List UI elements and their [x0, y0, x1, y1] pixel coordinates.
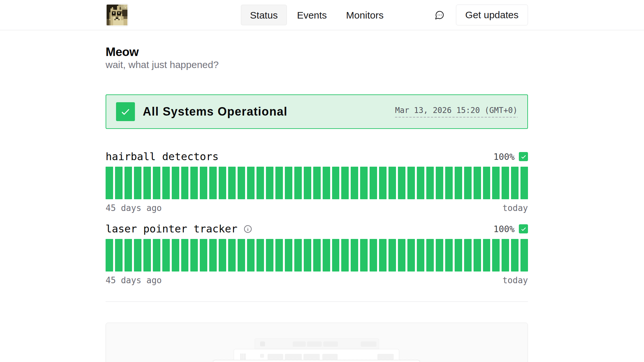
uptime-bar[interactable] — [323, 167, 330, 199]
uptime-bar[interactable] — [200, 239, 207, 272]
banner-timestamp[interactable]: Mar 13, 2026 15:20 (GMT+0) — [395, 106, 518, 118]
range-start-label: 45 days ago — [106, 203, 162, 213]
uptime-bar[interactable] — [228, 239, 236, 272]
uptime-bar[interactable] — [511, 167, 519, 199]
uptime-bar[interactable] — [153, 239, 160, 272]
uptime-bar[interactable] — [351, 167, 358, 199]
uptime-bar[interactable] — [511, 239, 519, 272]
all-systems-operational-banner: All Systems Operational Mar 13, 2026 15:… — [106, 94, 528, 129]
uptime-bar[interactable] — [162, 239, 170, 272]
uptime-bar[interactable] — [332, 239, 340, 272]
uptime-bar[interactable] — [360, 239, 368, 272]
uptime-bar[interactable] — [313, 167, 321, 199]
uptime-bar[interactable] — [238, 239, 245, 272]
uptime-bar[interactable] — [266, 167, 273, 199]
uptime-bar[interactable] — [153, 167, 160, 199]
nav-tab-monitors[interactable]: Monitors — [337, 5, 393, 25]
surprised-cat-logo[interactable] — [106, 4, 128, 26]
uptime-bar[interactable] — [124, 239, 132, 272]
uptime-bar[interactable] — [172, 239, 179, 272]
uptime-bar[interactable] — [124, 167, 132, 199]
uptime-bar[interactable] — [332, 167, 340, 199]
uptime-bar[interactable] — [209, 167, 217, 199]
uptime-bar[interactable] — [341, 239, 349, 272]
uptime-bar[interactable] — [294, 239, 302, 272]
uptime-bar[interactable] — [143, 239, 151, 272]
uptime-bar[interactable] — [502, 239, 509, 272]
info-icon[interactable] — [243, 225, 252, 233]
uptime-bar[interactable] — [379, 167, 387, 199]
uptime-bar[interactable] — [370, 167, 377, 199]
uptime-bar[interactable] — [370, 239, 377, 272]
uptime-bar[interactable] — [181, 239, 189, 272]
uptime-bar[interactable] — [209, 239, 217, 272]
uptime-bar[interactable] — [115, 239, 123, 272]
uptime-bar[interactable] — [474, 239, 481, 272]
uptime-bar[interactable] — [256, 167, 264, 199]
uptime-bar[interactable] — [502, 167, 509, 199]
uptime-bar[interactable] — [266, 239, 273, 272]
uptime-bar[interactable] — [388, 167, 396, 199]
uptime-bar[interactable] — [219, 239, 226, 272]
uptime-bar[interactable] — [388, 239, 396, 272]
uptime-bar[interactable] — [228, 167, 236, 199]
uptime-bar[interactable] — [483, 167, 490, 199]
uptime-bar[interactable] — [304, 239, 311, 272]
feedback-chat-icon[interactable] — [435, 10, 445, 20]
uptime-bar[interactable] — [285, 239, 292, 272]
uptime-bar[interactable] — [483, 239, 490, 272]
uptime-bar[interactable] — [115, 167, 123, 199]
uptime-bar[interactable] — [143, 167, 151, 199]
uptime-bar[interactable] — [360, 167, 368, 199]
uptime-bar[interactable] — [313, 239, 321, 272]
uptime-bar[interactable] — [247, 239, 255, 272]
uptime-bar[interactable] — [436, 239, 443, 272]
uptime-bar[interactable] — [351, 239, 358, 272]
uptime-bar[interactable] — [247, 167, 255, 199]
uptime-bar[interactable] — [323, 239, 330, 272]
uptime-bar[interactable] — [181, 167, 189, 199]
uptime-bar[interactable] — [417, 167, 424, 199]
uptime-bar[interactable] — [520, 239, 528, 272]
uptime-bar[interactable] — [464, 239, 472, 272]
uptime-bar[interactable] — [379, 239, 387, 272]
uptime-bar[interactable] — [464, 167, 472, 199]
uptime-bar[interactable] — [238, 167, 245, 199]
uptime-bar[interactable] — [445, 167, 453, 199]
uptime-bar[interactable] — [492, 167, 500, 199]
uptime-bar[interactable] — [492, 239, 500, 272]
uptime-bar[interactable] — [172, 167, 179, 199]
uptime-bar[interactable] — [134, 239, 141, 272]
uptime-bar[interactable] — [275, 239, 283, 272]
uptime-bar[interactable] — [285, 167, 292, 199]
uptime-bar[interactable] — [398, 167, 405, 199]
uptime-bar[interactable] — [426, 239, 434, 272]
uptime-bar[interactable] — [398, 239, 405, 272]
uptime-bar[interactable] — [200, 167, 207, 199]
uptime-bar[interactable] — [256, 239, 264, 272]
uptime-bar[interactable] — [134, 167, 141, 199]
uptime-bar[interactable] — [341, 167, 349, 199]
uptime-bar[interactable] — [426, 167, 434, 199]
uptime-bar[interactable] — [455, 167, 462, 199]
uptime-bar[interactable] — [162, 167, 170, 199]
get-updates-button[interactable]: Get updates — [456, 5, 528, 25]
uptime-bar[interactable] — [106, 239, 113, 272]
uptime-bar[interactable] — [275, 167, 283, 199]
uptime-bar[interactable] — [219, 167, 226, 199]
uptime-bar[interactable] — [474, 167, 481, 199]
uptime-bar[interactable] — [407, 167, 415, 199]
uptime-bar[interactable] — [417, 239, 424, 272]
uptime-bar[interactable] — [106, 167, 113, 199]
uptime-bar[interactable] — [190, 239, 198, 272]
uptime-bar[interactable] — [304, 167, 311, 199]
uptime-bar[interactable] — [190, 167, 198, 199]
uptime-bar[interactable] — [520, 167, 528, 199]
nav-tab-status[interactable]: Status — [241, 5, 287, 25]
nav-tab-events[interactable]: Events — [288, 5, 336, 25]
uptime-bar[interactable] — [294, 167, 302, 199]
uptime-bar[interactable] — [436, 167, 443, 199]
uptime-bar[interactable] — [407, 239, 415, 272]
uptime-bar[interactable] — [445, 239, 453, 272]
uptime-bar[interactable] — [455, 239, 462, 272]
